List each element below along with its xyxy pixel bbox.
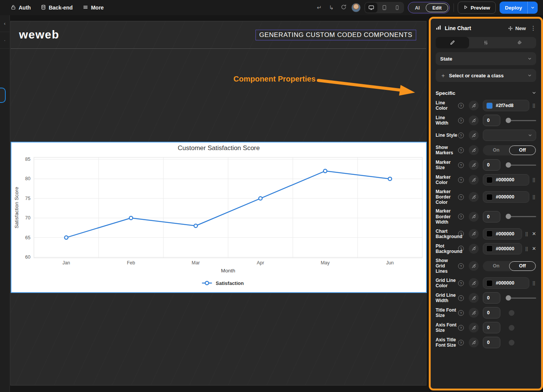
- color-swatch[interactable]: [486, 245, 493, 252]
- phone-icon[interactable]: [391, 3, 403, 13]
- drag-handle-icon[interactable]: ⣿: [532, 179, 536, 181]
- slider-thumb[interactable]: [506, 162, 511, 168]
- edit-mode-button[interactable]: Edit: [426, 3, 448, 12]
- bind-plug-icon[interactable]: [469, 293, 479, 303]
- bind-plug-icon[interactable]: [469, 338, 479, 347]
- number-input[interactable]: 0: [483, 307, 500, 318]
- bind-plug-icon[interactable]: [469, 175, 479, 185]
- drag-handle-icon[interactable]: ⣿: [532, 104, 536, 107]
- slider-track[interactable]: [506, 298, 536, 299]
- slider-thumb[interactable]: [506, 214, 511, 219]
- help-icon[interactable]: ?: [458, 133, 464, 138]
- number-input[interactable]: 0: [483, 292, 500, 304]
- slider-thumb[interactable]: [506, 295, 511, 301]
- slider-track[interactable]: [506, 216, 536, 217]
- color-swatch[interactable]: [486, 194, 493, 200]
- color-hex-value[interactable]: #000000: [496, 246, 514, 251]
- class-selector[interactable]: ＋ Select or create a class: [436, 69, 536, 82]
- tab-pin[interactable]: [503, 37, 536, 48]
- slider-thumb[interactable]: [509, 325, 514, 331]
- close-icon[interactable]: ✕: [532, 246, 536, 251]
- tab-styles[interactable]: [436, 37, 469, 48]
- color-input[interactable]: #000000: [483, 277, 529, 289]
- more-button[interactable]: More: [83, 5, 104, 11]
- drag-handle-icon[interactable]: ⣿: [532, 196, 536, 198]
- help-icon[interactable]: ?: [458, 162, 464, 168]
- color-input[interactable]: #000000: [483, 243, 522, 254]
- selected-layer-pill[interactable]: [0, 88, 6, 103]
- style-select[interactable]: [483, 130, 536, 141]
- slider-track[interactable]: [506, 120, 536, 121]
- sidebar-handle-icon[interactable]: ·: [0, 32, 10, 49]
- bind-plug-icon[interactable]: [469, 278, 479, 288]
- deploy-chevron-icon[interactable]: [527, 2, 538, 14]
- kebab-menu-icon[interactable]: ⋮: [530, 25, 536, 32]
- bind-plug-icon[interactable]: [469, 229, 479, 239]
- undo-icon[interactable]: ↵: [315, 4, 323, 11]
- preview-button[interactable]: Preview: [458, 2, 496, 14]
- color-input[interactable]: #000000: [483, 174, 529, 186]
- bind-plug-icon[interactable]: [469, 261, 479, 271]
- help-icon[interactable]: ?: [458, 310, 464, 316]
- toggle-on[interactable]: On: [483, 146, 509, 155]
- slider-thumb[interactable]: [506, 118, 511, 123]
- bind-plug-icon[interactable]: [469, 101, 479, 110]
- bind-plug-icon[interactable]: [469, 323, 479, 333]
- refresh-icon[interactable]: [339, 4, 348, 11]
- ai-mode-button[interactable]: AI: [409, 5, 425, 11]
- toggle-off[interactable]: Off: [509, 261, 536, 271]
- bind-plug-icon[interactable]: [469, 145, 479, 155]
- bind-plug-icon[interactable]: [469, 308, 479, 318]
- slider-thumb[interactable]: [509, 340, 514, 346]
- help-icon[interactable]: ?: [458, 340, 464, 346]
- color-swatch[interactable]: [486, 177, 493, 183]
- toggle-off[interactable]: Off: [509, 146, 536, 155]
- help-icon[interactable]: ?: [458, 147, 464, 153]
- collapse-chevron-icon[interactable]: ‹: [0, 15, 10, 32]
- close-icon[interactable]: ✕: [532, 231, 536, 237]
- bind-plug-icon[interactable]: [469, 115, 479, 125]
- color-hex-value[interactable]: #000000: [496, 280, 514, 286]
- help-icon[interactable]: ?: [458, 246, 464, 251]
- color-swatch[interactable]: [486, 230, 493, 237]
- color-input[interactable]: #2f7ed8: [483, 100, 529, 111]
- color-input[interactable]: #000000: [483, 191, 529, 203]
- tab-settings[interactable]: [469, 37, 503, 48]
- toggle-on[interactable]: On: [483, 261, 509, 271]
- help-icon[interactable]: ?: [458, 325, 464, 331]
- auth-button[interactable]: Auth: [11, 5, 31, 11]
- color-hex-value[interactable]: #000000: [496, 177, 514, 182]
- edited-page[interactable]: weweb GENERATING CUSTOM CODED COMPONENTS…: [10, 21, 426, 386]
- backend-button[interactable]: Back-end: [41, 5, 73, 11]
- bind-plug-icon[interactable]: [469, 192, 479, 202]
- section-specific[interactable]: Specific: [436, 90, 536, 96]
- color-swatch[interactable]: [486, 280, 493, 286]
- help-icon[interactable]: ?: [458, 280, 464, 286]
- number-input[interactable]: 0: [483, 159, 500, 171]
- new-button[interactable]: New: [508, 26, 526, 31]
- bind-plug-icon[interactable]: [469, 160, 479, 170]
- deploy-button[interactable]: Deploy: [500, 2, 538, 14]
- help-icon[interactable]: ?: [458, 263, 464, 269]
- line-chart-component[interactable]: 606570758085JanFebMarAprMayJunCustomer S…: [11, 142, 427, 293]
- state-dropdown[interactable]: State: [436, 52, 536, 65]
- help-icon[interactable]: ?: [458, 118, 464, 123]
- number-input[interactable]: 0: [483, 337, 500, 348]
- bind-plug-icon[interactable]: [469, 244, 479, 254]
- bind-plug-icon[interactable]: [469, 212, 479, 222]
- color-swatch[interactable]: [486, 102, 493, 109]
- desktop-icon[interactable]: [365, 3, 377, 13]
- drag-handle-icon[interactable]: ⣿: [525, 248, 529, 250]
- help-icon[interactable]: ?: [458, 103, 464, 109]
- help-icon[interactable]: ?: [458, 177, 464, 183]
- tablet-icon[interactable]: [378, 3, 390, 13]
- color-hex-value[interactable]: #000000: [496, 194, 514, 200]
- help-icon[interactable]: ?: [458, 194, 464, 200]
- help-icon[interactable]: ?: [458, 214, 464, 219]
- color-input[interactable]: #000000: [483, 228, 522, 240]
- drag-handle-icon[interactable]: ⣿: [525, 233, 529, 235]
- page-title[interactable]: GENERATING CUSTOM CODED COMPONENTS: [256, 30, 416, 40]
- number-input[interactable]: 0: [483, 211, 500, 222]
- bind-plug-icon[interactable]: [469, 130, 479, 140]
- slider-track[interactable]: [506, 165, 536, 166]
